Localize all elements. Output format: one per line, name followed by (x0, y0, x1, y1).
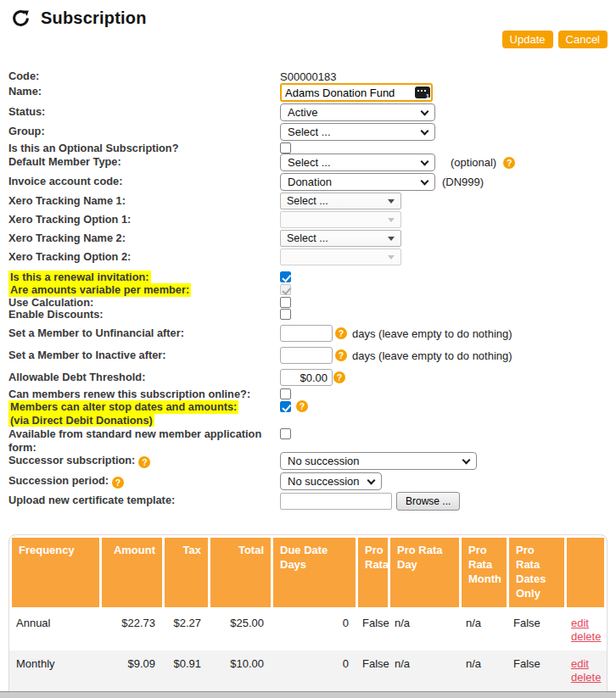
invoice-account-code-select[interactable]: Donation (280, 173, 435, 191)
help-icon[interactable]: ? (138, 456, 150, 468)
triangle-down-icon (388, 218, 395, 222)
row-name: Name: 1 (0, 83, 616, 103)
help-icon[interactable]: ? (335, 327, 347, 339)
row-upload-certificate: Upload new certificate template: Browse … (0, 492, 616, 512)
cell-frequency: Annual (9, 610, 99, 651)
header-amount: Amount (99, 535, 162, 610)
row-xero-tracking-name-1: Xero Tracking Name 1: Select ... (0, 193, 616, 211)
cell-tax: $0.91 (162, 651, 208, 692)
refresh-icon[interactable] (12, 9, 30, 27)
unfinancial-after-suffix: days (leave empty to do nothing) (352, 327, 512, 340)
invoice-account-code-label: Invoice account code: (8, 173, 280, 188)
row-unfinancial-after: Set a Member to Unfinancial after: ? day… (0, 325, 616, 347)
toolbar: Update Cancel (0, 31, 616, 49)
amounts-variable-checkbox (280, 284, 291, 295)
cell-total: $25.00 (208, 610, 271, 651)
debt-threshold-label: Allowable Debt Threshold: (8, 369, 280, 384)
cell-due-date-days: 0 (271, 651, 356, 692)
group-label: Group: (8, 123, 280, 138)
available-new-member-checkbox[interactable] (280, 428, 291, 439)
page-title: Subscription (41, 8, 147, 28)
row-xero-tracking-option-1: Xero Tracking Option 1: (0, 211, 616, 230)
triangle-down-icon (388, 237, 395, 241)
autofill-extension-icon[interactable]: 1 (415, 87, 430, 98)
cell-frequency: Monthly (9, 651, 99, 692)
unfinancial-after-label: Set a Member to Unfinancial after: (8, 325, 280, 340)
row-available-new-member: Available from standard new member appli… (0, 426, 616, 452)
triangle-down-icon (388, 199, 395, 204)
successor-subscription-select[interactable]: No succession (280, 452, 477, 470)
help-icon[interactable]: ? (333, 371, 345, 383)
inactive-after-input[interactable] (280, 347, 333, 364)
row-inactive-after: Set a Member to Inactive after: ? days (… (0, 347, 616, 369)
group-select[interactable]: Select ... (280, 123, 435, 141)
update-button[interactable]: Update (502, 31, 553, 48)
renew-online-checkbox[interactable] (280, 388, 291, 399)
edit-link[interactable]: edit (571, 617, 600, 630)
succession-period-select[interactable]: No succession (280, 472, 382, 490)
cell-pro-rata-month: n/a (459, 610, 507, 651)
available-new-member-label: Available from standard new member appli… (8, 426, 280, 454)
chevron-down-icon (421, 176, 429, 185)
use-calculation-checkbox[interactable] (280, 297, 291, 308)
cell-pro-rata-day: n/a (388, 610, 459, 651)
help-icon[interactable]: ? (335, 349, 347, 361)
upload-certificate-input[interactable] (280, 493, 392, 510)
optional-subscription-checkbox[interactable] (280, 142, 291, 154)
xero-tracking-name-1-label: Xero Tracking Name 1: (8, 193, 280, 208)
name-input[interactable] (280, 83, 433, 102)
cell-total: $10.00 (208, 651, 271, 692)
header-pro-rata-month: Pro Rata Month (459, 535, 507, 610)
cell-actions: edit delete (564, 651, 607, 692)
help-icon[interactable]: ? (296, 400, 308, 412)
alter-stop-dates-checkbox[interactable] (280, 401, 291, 412)
delete-link[interactable]: delete (571, 630, 600, 644)
cell-due-date-days: 0 (271, 610, 356, 651)
default-member-type-label: Default Member Type: (8, 154, 280, 169)
xero-tracking-name-2-select[interactable]: Select ... (280, 230, 401, 247)
edit-link[interactable]: edit (571, 657, 600, 671)
header-frequency: Frequency (9, 535, 99, 610)
cell-pro-rata: False (356, 610, 388, 651)
xero-tracking-option-1-label: Xero Tracking Option 1: (8, 211, 280, 226)
succession-period-label: Succession period:? (8, 472, 280, 489)
chevron-down-icon (421, 157, 429, 165)
row-xero-tracking-option-2: Xero Tracking Option 2: (0, 248, 616, 269)
chevron-down-icon (462, 455, 471, 464)
chevron-down-icon (421, 126, 429, 135)
debt-threshold-input[interactable] (280, 369, 333, 386)
row-successor-subscription: Successor subscription:? No succession (0, 452, 616, 472)
header-due-date-days: Due Date Days (271, 535, 356, 610)
cell-pro-rata-dates-only: False (507, 651, 564, 692)
xero-tracking-name-1-select[interactable]: Select ... (280, 193, 401, 209)
row-status: Status: Active (0, 103, 616, 123)
default-member-type-select[interactable]: Select ... (280, 154, 435, 171)
upload-certificate-label: Upload new certificate template: (8, 492, 280, 507)
optional-suffix: (optional) (451, 156, 496, 169)
footer-bar (0, 691, 616, 698)
alter-stop-dates-label: Members can alter stop dates and amounts… (8, 399, 280, 427)
renewal-invitation-checkbox[interactable] (280, 271, 291, 282)
status-select[interactable]: Active (280, 103, 435, 121)
chevron-down-icon (367, 476, 375, 484)
row-invoice-account-code: Invoice account code: Donation (DN999) (0, 173, 616, 193)
row-alter-stop-dates: Members can alter stop dates and amounts… (0, 399, 616, 426)
enable-discounts-checkbox[interactable] (280, 309, 291, 320)
row-default-member-type: Default Member Type: Select ... (optiona… (0, 154, 616, 173)
unfinancial-after-input[interactable] (280, 325, 333, 342)
browse-button[interactable]: Browse ... (396, 492, 460, 511)
help-icon[interactable]: ? (503, 157, 515, 169)
header-pro-rata-dates-only: Pro Rata Dates Only (507, 535, 564, 610)
table-row: Monthly $9.09 $0.91 $10.00 0 False n/a n… (9, 651, 607, 692)
inactive-after-label: Set a Member to Inactive after: (8, 347, 280, 362)
cancel-button[interactable]: Cancel (558, 31, 608, 48)
xero-tracking-option-2-label: Xero Tracking Option 2: (8, 248, 280, 264)
cell-actions: edit delete (564, 610, 607, 651)
help-icon[interactable]: ? (112, 477, 124, 489)
cell-amount: $22.73 (99, 610, 162, 651)
subscription-form: Code: S00000183 Name: 1 Status: Active G… (0, 68, 616, 512)
table-header-row: Frequency Amount Tax Total Due Date Days… (9, 535, 607, 610)
header-pro-rata: Pro Rata (356, 535, 388, 610)
xero-tracking-option-1-select (280, 211, 401, 228)
delete-link[interactable]: delete (571, 671, 600, 684)
